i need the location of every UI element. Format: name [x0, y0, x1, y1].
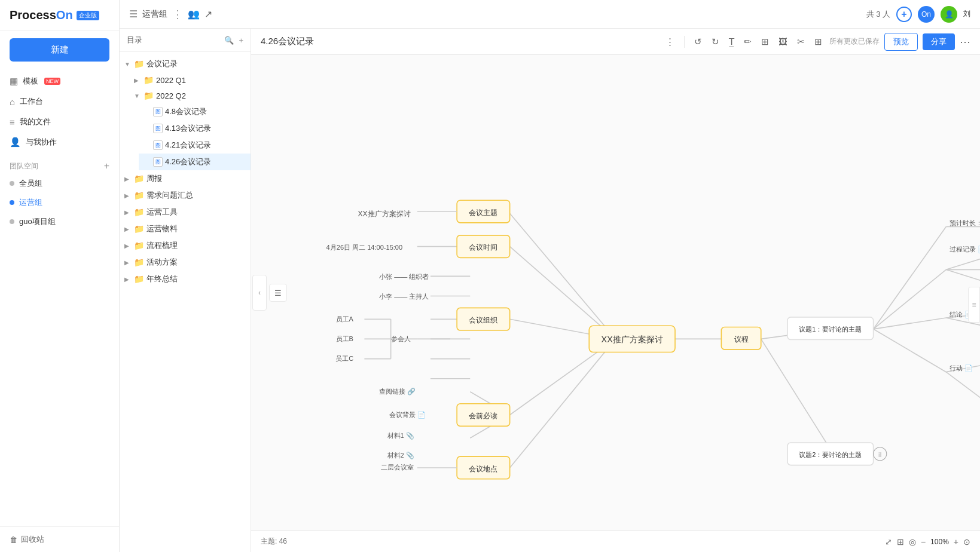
svg-text:小张 —— 组织者: 小张 —— 组织者: [379, 273, 429, 280]
canvas-title: 4.26会议记录: [261, 36, 658, 47]
table-button[interactable]: ⊞: [759, 34, 771, 50]
avatar-2[interactable]: 👤: [941, 6, 957, 23]
sidebar-item-ops-team[interactable]: 运营组: [0, 193, 119, 212]
team-add-button[interactable]: +: [104, 161, 109, 171]
topbar-right: 共 3 人 + On 👤 刘: [866, 6, 970, 23]
image-button[interactable]: 🖼: [776, 34, 790, 49]
tree-item-label: 流程梳理: [146, 240, 178, 251]
svg-text:员工C: 员工C: [335, 355, 353, 362]
collapse-panel-button[interactable]: ‹: [252, 275, 267, 311]
undo-button[interactable]: ↺: [692, 34, 704, 50]
recycle-bin[interactable]: 🗑 回收站: [0, 526, 119, 552]
members-icon[interactable]: 👥: [188, 8, 200, 20]
tree-item-label: 年终总结: [146, 274, 178, 284]
tree-folder-meeting[interactable]: ▼ 📁 会议记录: [120, 56, 251, 72]
svg-text:材料2 📎: 材料2 📎: [387, 451, 414, 459]
file-tree: ▼ 📁 会议记录 ▶ 📁 2022 Q1 ▼ 📁 2022 Q2: [120, 52, 251, 552]
sidebar-item-myfiles[interactable]: ≡ 我的文件: [0, 112, 119, 132]
svg-line-11: [874, 329, 947, 372]
grid-toggle-button[interactable]: ⊞: [897, 537, 904, 547]
svg-text:小李 —— 主持人: 小李 —— 主持人: [379, 293, 429, 300]
folder-icon: 📁: [144, 91, 154, 100]
grid-button[interactable]: ⊞: [812, 34, 825, 50]
tree-file-48[interactable]: 图 4.8会议记录: [139, 103, 251, 120]
expand-arrow: ▼: [124, 61, 132, 68]
mindmap-container: ‹ ☰: [251, 55, 980, 530]
avatar-on[interactable]: On: [918, 6, 935, 23]
tree-folder-demands[interactable]: ▶ 📁 需求问题汇总: [120, 187, 251, 204]
tree-folder-2022q1[interactable]: ▶ 📁 2022 Q1: [129, 72, 251, 88]
sidebar-item-workspace[interactable]: ⌂ 工作台: [0, 91, 119, 112]
new-button[interactable]: 新建: [10, 38, 109, 62]
toolbar-more-button[interactable]: ⋮: [663, 34, 677, 50]
tree-folder-2022q2[interactable]: ▼ 📁 2022 Q2: [129, 88, 251, 103]
svg-text:会前必读: 会前必读: [469, 412, 497, 420]
sidebar-item-all-team[interactable]: 全员组: [0, 174, 119, 193]
expand-arrow: ▶: [124, 176, 132, 182]
zoom-level: 100%: [930, 538, 949, 546]
right-panel-toggle[interactable]: ≡: [968, 287, 980, 323]
crop-button[interactable]: ✂: [795, 34, 807, 50]
zoom-in-button[interactable]: +: [954, 537, 958, 547]
tree-item-label: 运营物料: [146, 223, 178, 234]
folder-icon: 📁: [134, 174, 144, 183]
format-button[interactable]: T̲: [726, 34, 737, 50]
new-badge: NEW: [44, 78, 60, 85]
folder-icon: 📁: [144, 75, 154, 85]
location-button[interactable]: ◎: [909, 537, 916, 547]
redo-button[interactable]: ↻: [709, 34, 722, 50]
add-user-button[interactable]: +: [896, 7, 912, 22]
tree-folder-process[interactable]: ▶ 📁 流程梳理: [120, 237, 251, 254]
topbar-more-button[interactable]: ⋮: [172, 8, 183, 21]
expand-arrow: ▶: [124, 226, 132, 232]
tree-item-label: 4.13会议记录: [165, 123, 211, 134]
svg-text:查阅链接 🔗: 查阅链接 🔗: [379, 387, 416, 395]
topic-count: 主题: 46: [261, 536, 287, 547]
logo-text: ProcessOn: [10, 8, 73, 22]
canvas[interactable]: ‹ ☰: [251, 55, 980, 530]
sidebar-item-templates[interactable]: ▦ 模板 NEW: [0, 71, 119, 91]
search-icon[interactable]: 🔍: [224, 36, 234, 45]
tree-item-label: 2022 Q2: [156, 91, 186, 100]
add-file-button[interactable]: +: [239, 36, 243, 45]
sidebar-item-guo-team[interactable]: guo项目组: [0, 212, 119, 231]
zoom-out-button[interactable]: −: [921, 537, 926, 547]
tree-folder-opsmaterial[interactable]: ▶ 📁 运营物料: [120, 220, 251, 237]
svg-text:议程: 议程: [734, 335, 749, 344]
preview-button[interactable]: 预览: [884, 33, 918, 51]
tree-folder-yearend[interactable]: ▶ 📁 年终总结: [120, 271, 251, 287]
fit-screen-button[interactable]: ⤢: [885, 537, 892, 547]
app-logo: ProcessOn 企业版: [0, 0, 119, 31]
canvas-toolbar: 4.26会议记录 ⋮ ↺ ↻ T̲ ✏ ⊞ 🖼 ✂ ⊞ 所有更改已保存 预览 分…: [251, 29, 980, 55]
tree-folder-opstools[interactable]: ▶ 📁 运营工具: [120, 204, 251, 220]
tree-item-label: 2022 Q1: [156, 76, 186, 85]
svg-line-8: [874, 226, 947, 329]
tree-file-421[interactable]: 图 4.21会议记录: [139, 137, 251, 154]
fullscreen-button[interactable]: ⊙: [963, 537, 970, 547]
dot-icon: [10, 200, 14, 205]
tree-item-label: 周报: [146, 173, 162, 184]
sidebar-item-label: 我的文件: [20, 116, 51, 127]
tree-folder-activity[interactable]: ▶ 📁 活动方案: [120, 254, 251, 271]
list-view-button[interactable]: ☰: [269, 284, 287, 302]
tree-folder-weekly[interactable]: ▶ 📁 周报: [120, 170, 251, 187]
share-icon[interactable]: ↗: [204, 8, 212, 20]
canvas-bottom-bar: 主题: 46 ⤢ ⊞ ◎ − 100% + ⊙: [251, 530, 980, 552]
canvas-more-button[interactable]: ⋯: [960, 35, 970, 48]
pen-button[interactable]: ✏: [741, 34, 754, 50]
tree-file-426[interactable]: 图 4.26会议记录: [139, 154, 251, 170]
user-count: 共 3 人: [866, 9, 890, 20]
share-button[interactable]: 分享: [923, 33, 955, 50]
tree-file-413[interactable]: 图 4.13会议记录: [139, 120, 251, 137]
dot-icon: [10, 219, 14, 224]
svg-text:议题2：要讨论的主题: 议题2：要讨论的主题: [799, 451, 862, 458]
file-panel: 目录 🔍 + ▼ 📁 会议记录 ▶ 📁 2022 Q1: [120, 29, 251, 552]
panel-title: 目录: [127, 35, 142, 45]
sidebar-item-collaborate[interactable]: 👤 与我协作: [0, 132, 119, 152]
team-label: 全员组: [19, 178, 42, 189]
workspace-icon: ⌂: [10, 97, 15, 107]
menu-icon[interactable]: ☰: [129, 8, 138, 20]
svg-line-0: [510, 213, 616, 339]
toolbar-separator: [684, 36, 685, 48]
content-area: 目录 🔍 + ▼ 📁 会议记录 ▶ 📁 2022 Q1: [120, 29, 980, 552]
